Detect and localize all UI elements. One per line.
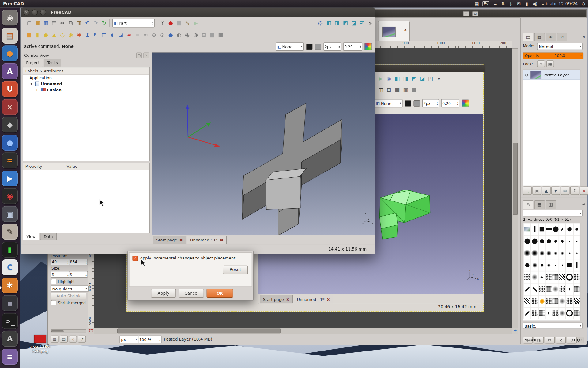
panel-subtab[interactable]: View <box>23 233 39 240</box>
boolean-icon[interactable]: ◫ <box>376 86 385 94</box>
macro-record-icon[interactable]: ● <box>167 19 175 27</box>
tree-expander[interactable]: ▾ <box>31 82 35 86</box>
brush-thumbnail[interactable] <box>538 223 545 235</box>
brush-thumbnail[interactable] <box>538 271 545 283</box>
opacity-slider[interactable]: Opacity 100,0 ▴▾ <box>523 52 583 59</box>
dark-app[interactable]: ▪ <box>2 295 18 311</box>
brush-thumbnail[interactable] <box>552 247 559 259</box>
canvas-horizontal-scrollbar[interactable] <box>94 328 513 334</box>
dock-collapse-icon[interactable]: ◂ <box>582 34 585 39</box>
sync-icon[interactable]: ⇅ <box>501 1 505 6</box>
dash-home[interactable]: ◉ <box>2 10 18 25</box>
part-union-icon[interactable]: ◉ <box>183 31 191 39</box>
quick-mask-button[interactable] <box>87 328 95 334</box>
brush-thumbnail[interactable] <box>545 283 552 295</box>
terminal[interactable]: >_ <box>2 313 18 329</box>
brush-thumbnail[interactable] <box>545 223 552 235</box>
tools-app[interactable]: × <box>2 99 18 115</box>
history-tab[interactable]: ↺ <box>557 33 568 41</box>
ok-button[interactable]: OK <box>207 289 233 298</box>
view-right-icon[interactable]: ◪ <box>350 19 358 27</box>
line-color-swatch[interactable] <box>315 43 321 50</box>
new-layer-button[interactable]: ▢ <box>523 187 531 195</box>
incremental-changes-checkbox[interactable]: ✓ Apply incremental changes to object pl… <box>132 256 235 261</box>
purple-lines-app[interactable]: ≡ <box>2 349 18 364</box>
tab-close-icon[interactable]: ✖ <box>220 238 223 242</box>
brush-thumbnail[interactable] <box>545 307 552 319</box>
tree-item[interactable]: ▾ Unnamed <box>23 81 149 87</box>
minimize-button[interactable]: − <box>463 11 469 16</box>
maximize-button[interactable]: + <box>40 10 46 16</box>
tree-item[interactable]: Application <box>23 75 149 81</box>
part-boolean-icon[interactable]: ● <box>167 31 175 39</box>
brush-thumbnail[interactable] <box>559 271 566 283</box>
brush-thumbnail[interactable] <box>531 307 538 319</box>
viewport-tab[interactable]: Start page ✖ <box>153 236 186 244</box>
brush-thumbnail[interactable] <box>538 295 545 307</box>
value-column-header[interactable]: Value <box>64 163 149 170</box>
part-box-icon[interactable]: ■ <box>25 31 33 39</box>
duplicate-brush-button[interactable]: ⧉ <box>545 337 555 343</box>
battery-icon[interactable]: ▮ <box>525 1 529 6</box>
tree-expander[interactable]: ▸ <box>37 88 41 91</box>
brush-thumbnail[interactable] <box>552 223 559 235</box>
compound-icon[interactable]: ⊞ <box>385 86 393 94</box>
brush-thumbnail[interactable] <box>573 223 580 235</box>
network-icon[interactable]: ▦ <box>474 1 479 6</box>
part-fillet-icon[interactable]: ◖ <box>108 31 116 39</box>
tab-close-icon[interactable]: ✖ <box>179 238 183 242</box>
purple-a-app[interactable]: A <box>2 63 18 79</box>
tab-close-icon[interactable]: ✖ <box>286 297 289 301</box>
brush-thumbnail[interactable] <box>566 307 573 319</box>
firefox[interactable]: ● <box>2 45 18 61</box>
panel-tab[interactable]: Tasks <box>44 59 61 67</box>
globe-app[interactable]: ● <box>2 135 18 150</box>
close-button[interactable]: × <box>24 10 30 16</box>
layer-visibility-icon[interactable]: ⊙ <box>525 72 528 77</box>
patterns-tab[interactable]: ▩ <box>534 200 545 209</box>
macro-play-icon[interactable]: ▶ <box>191 19 200 27</box>
brush-thumbnail[interactable] <box>559 295 566 307</box>
line-color-swatch[interactable] <box>413 100 420 106</box>
color-picker-icon[interactable] <box>364 43 372 50</box>
a-dark-app[interactable]: A <box>2 331 18 347</box>
view-cube-icon[interactable]: ◰ <box>426 74 435 82</box>
brush-thumbnail[interactable] <box>559 283 566 295</box>
view-cube-icon[interactable]: ◧ <box>393 74 401 82</box>
tab-close-icon[interactable]: ✖ <box>327 297 330 301</box>
shrink-merged-checkbox[interactable]: Shrink merged <box>51 300 86 305</box>
paths-tab[interactable]: ≈ <box>546 33 556 41</box>
raise-layer-button[interactable]: ▲ <box>542 187 550 195</box>
view-cube-icon[interactable]: ◪ <box>418 74 426 82</box>
cancel-button[interactable]: Cancel <box>179 289 204 298</box>
part-compound-icon[interactable]: ⊞ <box>200 31 208 39</box>
maximize-button[interactable]: ◻ <box>472 11 478 16</box>
brush-thumbnail[interactable] <box>566 283 573 295</box>
brush-thumbnail[interactable] <box>538 307 545 319</box>
part-sphere-icon[interactable]: ● <box>42 31 50 39</box>
brush-thumbnail[interactable] <box>545 259 552 271</box>
media-player[interactable]: ▶ <box>2 170 18 186</box>
cloud-icon[interactable]: ☁ <box>493 1 497 6</box>
view-cube-icon[interactable]: ◨ <box>401 74 410 82</box>
undo-icon[interactable]: ↶ <box>83 19 92 27</box>
brush-thumbnail[interactable] <box>523 247 531 259</box>
brush-thumbnail[interactable] <box>573 259 580 271</box>
session-menu-icon[interactable]: ⊙ <box>581 1 586 6</box>
save-options-button[interactable]: ▦ <box>51 336 59 343</box>
volume-icon[interactable]: ◀) <box>532 1 537 6</box>
brush-thumbnail[interactable] <box>531 247 538 259</box>
terminal-green[interactable]: ▮ <box>2 242 18 257</box>
layers-tab[interactable]: ▤ <box>523 33 533 41</box>
brush-thumbnail[interactable] <box>545 247 552 259</box>
layer-mode-combo[interactable]: Normal ▾ <box>537 43 582 50</box>
freecad[interactable]: ✱ <box>2 277 18 293</box>
minimize-button[interactable]: − <box>32 10 38 16</box>
gradients-tab[interactable]: ▥ <box>546 200 556 209</box>
lock-alpha-icon[interactable]: ▦ <box>546 60 554 67</box>
brush-thumbnail[interactable] <box>531 223 538 235</box>
part-ruled-surface-icon[interactable]: ▰ <box>125 31 133 39</box>
delete-brush-button[interactable]: × <box>556 337 566 343</box>
brush-thumbnail[interactable] <box>531 283 538 295</box>
red-swirl-app[interactable]: ◉ <box>2 188 18 204</box>
